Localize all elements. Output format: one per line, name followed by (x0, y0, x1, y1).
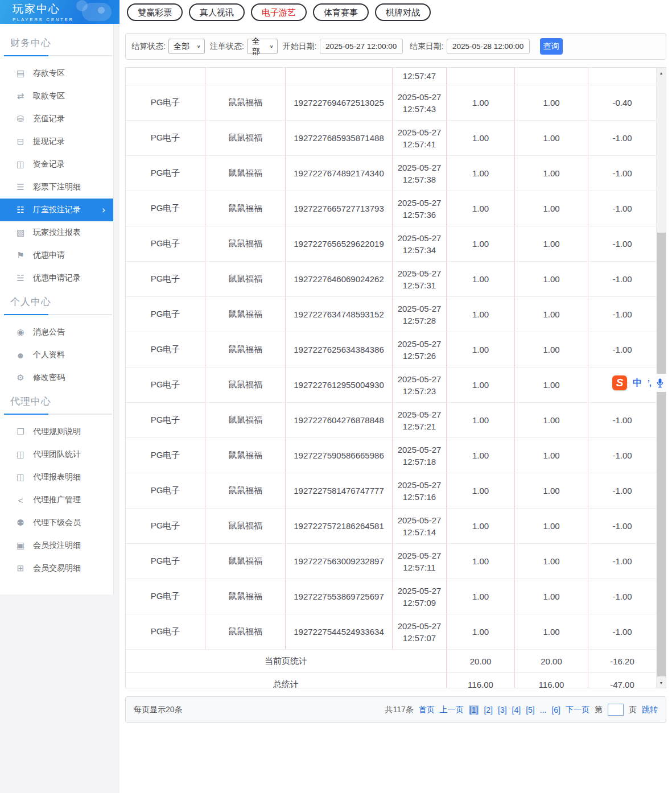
ime-punctuation-toggle[interactable]: ’, (648, 378, 651, 387)
date-line: 2025-05-27 (398, 303, 442, 315)
sidebar-item-agent-report-detail[interactable]: ◫代理报表明细 (0, 466, 113, 489)
next-page-link[interactable]: 下一页 (566, 705, 589, 715)
prev-page-link[interactable]: 上一页 (440, 705, 464, 715)
sidebar-item-profile[interactable]: ☻个人资料 (0, 344, 113, 366)
cell-valid: 1.00 (515, 614, 588, 649)
sidebar-item-withdraw-record[interactable]: ⊟提现记录 (0, 130, 113, 153)
sidebar-item-player-bet-report[interactable]: ▧玩家投注报表 (0, 221, 113, 244)
table-row: PG电子鼠鼠福福19272275905866659862025-05-2712:… (126, 438, 656, 473)
cell-valid: 1.00 (515, 473, 588, 508)
page-link[interactable]: [2] (484, 705, 493, 714)
date-line: 2025-05-27 (398, 514, 442, 526)
jump-button[interactable]: 跳转 (642, 705, 658, 715)
page-link[interactable]: ... (540, 705, 547, 714)
sidebar-item-member-trade-detail[interactable]: ⊞会员交易明细 (0, 557, 113, 580)
tab-sports[interactable]: 体育赛事 (313, 3, 369, 21)
cell-profit (588, 68, 656, 85)
sidebar-item-member-bet-detail[interactable]: ▣会员投注明细 (0, 534, 113, 557)
cell-game: 鼠鼠福福 (205, 579, 286, 614)
tab-lottery[interactable]: 雙赢彩票 (127, 3, 183, 21)
sidebar-item-agent-promotion[interactable]: <代理推广管理 (0, 489, 113, 511)
section-title: 个人中心 (10, 295, 113, 308)
cell-bet: 1.00 (447, 85, 515, 120)
wallet-icon: ⊟ (15, 137, 26, 147)
sidebar-item-promo-apply[interactable]: ⚑优惠申请 (0, 244, 113, 267)
end-date-input[interactable] (447, 39, 530, 54)
date-line: 2025-05-27 (398, 444, 442, 456)
order-status-select[interactable]: 全部 ∨ (247, 39, 278, 54)
cell-game: 鼠鼠福福 (205, 509, 286, 543)
start-date-input[interactable] (320, 39, 403, 54)
summary-valid: 116.00 (515, 673, 588, 688)
sidebar-item-recharge-record[interactable]: ⛁充值记录 (0, 108, 113, 130)
ime-language-toggle[interactable]: 中 (633, 377, 642, 389)
cell-game: 鼠鼠福福 (205, 403, 286, 437)
controller-decoration (76, 0, 88, 11)
time-line: 12:57:26 (403, 350, 436, 362)
cell-datetime: 2025-05-2712:57:21 (393, 403, 447, 437)
time-line: 12:57:11 (403, 561, 435, 573)
sidebar-item-agent-team-stats[interactable]: ◫代理团队统计 (0, 443, 113, 466)
scrollbar-thumb[interactable] (657, 233, 666, 676)
cell-datetime: 2025-05-2712:57:43 (393, 85, 447, 120)
cell-game: 鼠鼠福福 (205, 367, 286, 402)
document-icon: ❐ (15, 427, 26, 437)
page-link-current[interactable]: [1] (469, 705, 479, 714)
jump-suffix-label: 页 (629, 705, 637, 715)
sidebar-item-withdraw[interactable]: ⇄取款专区 (0, 85, 113, 108)
sidebar-item-agent-rules[interactable]: ❐代理规则说明 (0, 420, 113, 443)
date-line: 2025-05-27 (398, 338, 442, 350)
cell-bet: 1.00 (447, 156, 515, 191)
cell-valid: 1.00 (515, 121, 588, 155)
gift-icon: ⚑ (15, 250, 26, 261)
cell-bet: 1.00 (447, 403, 515, 437)
sidebar-item-password[interactable]: ⚙修改密码 (0, 366, 113, 389)
sidebar-item-label: 个人资料 (33, 350, 65, 360)
sidebar-item-funds-record[interactable]: ◫资金记录 (0, 153, 113, 176)
order-status-label: 注单状态: (210, 42, 244, 52)
time-line: 12:57:34 (403, 244, 436, 256)
tab-live[interactable]: 真人视讯 (189, 3, 245, 21)
table-row: PG电子鼠鼠福福19272276748921743402025-05-2712:… (126, 156, 656, 191)
table-row: PG电子鼠鼠福福19272276859358714882025-05-2712:… (126, 121, 656, 156)
table-row: PG电子鼠鼠福福19272275721862645812025-05-2712:… (126, 509, 656, 544)
page-link[interactable]: [3] (498, 705, 507, 714)
sidebar-item-deposit[interactable]: ▤存款专区 (0, 62, 113, 85)
cell-profit: -1.00 (588, 121, 656, 155)
scroll-down-arrow-icon[interactable]: ▼ (657, 678, 666, 687)
controller-decoration (98, 7, 105, 14)
sidebar-item-lottery-bet-detail[interactable]: ☰彩票下注明细 (0, 176, 113, 199)
cell-provider: PG电子 (126, 614, 205, 649)
moneybag-icon: ⛁ (15, 114, 26, 124)
microphone-icon[interactable] (657, 378, 663, 388)
sidebar-item-promo-apply-record[interactable]: ☱优惠申请记录 (0, 267, 113, 290)
cell-valid: 1.00 (515, 262, 588, 296)
cell-game: 鼠鼠福福 (205, 226, 286, 261)
sidebar-item-agent-members[interactable]: ⚉代理下级会员 (0, 511, 113, 534)
page-jump-input[interactable] (608, 704, 624, 716)
scroll-up-arrow-icon[interactable]: ▲ (657, 68, 666, 77)
page-link[interactable]: [5] (526, 705, 535, 714)
page-link[interactable]: [4] (512, 705, 521, 714)
search-button[interactable]: 查询 (540, 38, 563, 55)
sidebar-item-message[interactable]: ◉消息公告 (0, 321, 113, 344)
cell-profit: -1.00 (588, 544, 656, 579)
cell-provider: PG电子 (126, 297, 205, 332)
cell-valid: 1.00 (515, 332, 588, 367)
sidebar-item-hall-bet-record[interactable]: ☷厅室投注记录› (0, 199, 113, 221)
tab-boardgames[interactable]: 棋牌对战 (375, 3, 431, 21)
cell-provider (126, 68, 205, 85)
cell-profit: -1.00 (588, 403, 656, 437)
total-count-label: 共117条 (385, 705, 414, 715)
sidebar-item-label: 代理规则说明 (33, 427, 81, 437)
sogou-logo-icon[interactable]: S (612, 375, 627, 390)
settle-status-select[interactable]: 全部 ∨ (168, 39, 205, 54)
page-link[interactable]: [6] (551, 705, 560, 714)
document-lines-icon: ☰ (15, 182, 26, 192)
list-record-icon: ☱ (15, 273, 26, 283)
clipboard-icon: ▣ (15, 540, 26, 551)
deposit-card-icon: ▤ (15, 68, 26, 79)
section-underline (4, 414, 112, 415)
tab-egames[interactable]: 电子游艺 (251, 3, 307, 21)
first-page-link[interactable]: 首页 (419, 705, 435, 715)
